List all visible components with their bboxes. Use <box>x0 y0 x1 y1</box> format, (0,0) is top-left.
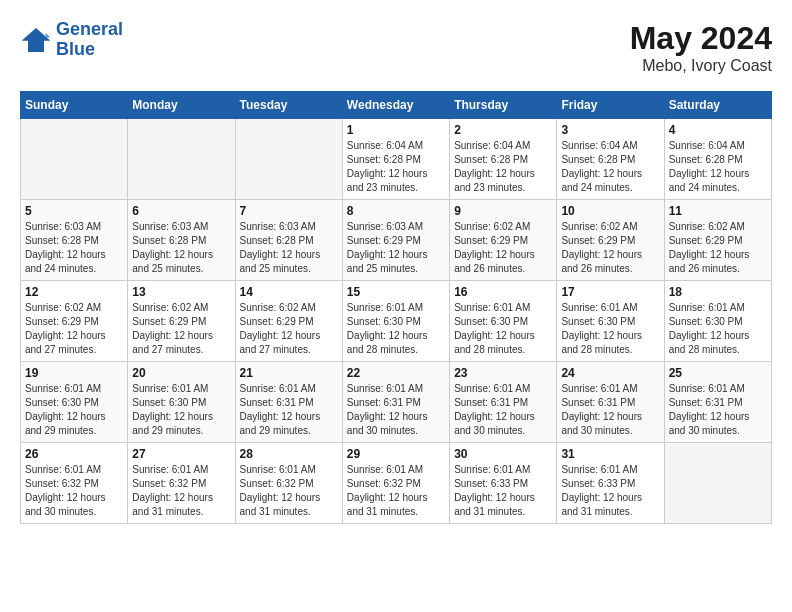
calendar-week-row: 26Sunrise: 6:01 AMSunset: 6:32 PMDayligh… <box>21 443 772 524</box>
day-number: 22 <box>347 366 445 380</box>
day-info: Sunrise: 6:03 AMSunset: 6:28 PMDaylight:… <box>25 220 123 276</box>
day-info: Sunrise: 6:02 AMSunset: 6:29 PMDaylight:… <box>669 220 767 276</box>
calendar-cell: 11Sunrise: 6:02 AMSunset: 6:29 PMDayligh… <box>664 200 771 281</box>
logo-icon <box>20 26 52 54</box>
day-number: 17 <box>561 285 659 299</box>
day-number: 10 <box>561 204 659 218</box>
day-info: Sunrise: 6:02 AMSunset: 6:29 PMDaylight:… <box>132 301 230 357</box>
calendar-cell: 27Sunrise: 6:01 AMSunset: 6:32 PMDayligh… <box>128 443 235 524</box>
day-info: Sunrise: 6:01 AMSunset: 6:32 PMDaylight:… <box>240 463 338 519</box>
title-block: May 2024 Mebo, Ivory Coast <box>630 20 772 75</box>
calendar-cell: 13Sunrise: 6:02 AMSunset: 6:29 PMDayligh… <box>128 281 235 362</box>
calendar-week-row: 19Sunrise: 6:01 AMSunset: 6:30 PMDayligh… <box>21 362 772 443</box>
day-number: 3 <box>561 123 659 137</box>
calendar-cell <box>21 119 128 200</box>
calendar-cell: 14Sunrise: 6:02 AMSunset: 6:29 PMDayligh… <box>235 281 342 362</box>
day-info: Sunrise: 6:01 AMSunset: 6:31 PMDaylight:… <box>454 382 552 438</box>
day-number: 18 <box>669 285 767 299</box>
calendar-cell: 19Sunrise: 6:01 AMSunset: 6:30 PMDayligh… <box>21 362 128 443</box>
calendar-cell: 7Sunrise: 6:03 AMSunset: 6:28 PMDaylight… <box>235 200 342 281</box>
day-number: 13 <box>132 285 230 299</box>
day-info: Sunrise: 6:01 AMSunset: 6:30 PMDaylight:… <box>669 301 767 357</box>
day-number: 8 <box>347 204 445 218</box>
day-number: 21 <box>240 366 338 380</box>
day-number: 30 <box>454 447 552 461</box>
calendar-week-row: 1Sunrise: 6:04 AMSunset: 6:28 PMDaylight… <box>21 119 772 200</box>
calendar-cell: 16Sunrise: 6:01 AMSunset: 6:30 PMDayligh… <box>450 281 557 362</box>
day-number: 29 <box>347 447 445 461</box>
page-header: General Blue May 2024 Mebo, Ivory Coast <box>20 20 772 75</box>
calendar-cell: 21Sunrise: 6:01 AMSunset: 6:31 PMDayligh… <box>235 362 342 443</box>
day-number: 7 <box>240 204 338 218</box>
day-info: Sunrise: 6:01 AMSunset: 6:30 PMDaylight:… <box>25 382 123 438</box>
calendar-cell: 15Sunrise: 6:01 AMSunset: 6:30 PMDayligh… <box>342 281 449 362</box>
day-info: Sunrise: 6:01 AMSunset: 6:32 PMDaylight:… <box>25 463 123 519</box>
day-number: 6 <box>132 204 230 218</box>
day-info: Sunrise: 6:01 AMSunset: 6:32 PMDaylight:… <box>347 463 445 519</box>
logo: General Blue <box>20 20 123 60</box>
calendar-cell: 3Sunrise: 6:04 AMSunset: 6:28 PMDaylight… <box>557 119 664 200</box>
calendar-cell: 20Sunrise: 6:01 AMSunset: 6:30 PMDayligh… <box>128 362 235 443</box>
day-number: 28 <box>240 447 338 461</box>
calendar-cell: 4Sunrise: 6:04 AMSunset: 6:28 PMDaylight… <box>664 119 771 200</box>
calendar-cell: 2Sunrise: 6:04 AMSunset: 6:28 PMDaylight… <box>450 119 557 200</box>
calendar-cell: 26Sunrise: 6:01 AMSunset: 6:32 PMDayligh… <box>21 443 128 524</box>
calendar-cell: 8Sunrise: 6:03 AMSunset: 6:29 PMDaylight… <box>342 200 449 281</box>
calendar-cell: 10Sunrise: 6:02 AMSunset: 6:29 PMDayligh… <box>557 200 664 281</box>
calendar-cell: 24Sunrise: 6:01 AMSunset: 6:31 PMDayligh… <box>557 362 664 443</box>
day-number: 25 <box>669 366 767 380</box>
day-info: Sunrise: 6:03 AMSunset: 6:28 PMDaylight:… <box>132 220 230 276</box>
weekday-row: SundayMondayTuesdayWednesdayThursdayFrid… <box>21 92 772 119</box>
day-number: 20 <box>132 366 230 380</box>
day-info: Sunrise: 6:01 AMSunset: 6:33 PMDaylight:… <box>454 463 552 519</box>
day-number: 2 <box>454 123 552 137</box>
day-info: Sunrise: 6:02 AMSunset: 6:29 PMDaylight:… <box>454 220 552 276</box>
calendar-cell: 30Sunrise: 6:01 AMSunset: 6:33 PMDayligh… <box>450 443 557 524</box>
calendar-body: 1Sunrise: 6:04 AMSunset: 6:28 PMDaylight… <box>21 119 772 524</box>
day-info: Sunrise: 6:02 AMSunset: 6:29 PMDaylight:… <box>561 220 659 276</box>
calendar-table: SundayMondayTuesdayWednesdayThursdayFrid… <box>20 91 772 524</box>
weekday-header: Saturday <box>664 92 771 119</box>
calendar-subtitle: Mebo, Ivory Coast <box>630 57 772 75</box>
day-number: 27 <box>132 447 230 461</box>
day-number: 11 <box>669 204 767 218</box>
svg-marker-0 <box>22 28 51 52</box>
day-info: Sunrise: 6:02 AMSunset: 6:29 PMDaylight:… <box>240 301 338 357</box>
weekday-header: Monday <box>128 92 235 119</box>
day-number: 15 <box>347 285 445 299</box>
weekday-header: Wednesday <box>342 92 449 119</box>
day-info: Sunrise: 6:01 AMSunset: 6:30 PMDaylight:… <box>561 301 659 357</box>
day-info: Sunrise: 6:04 AMSunset: 6:28 PMDaylight:… <box>669 139 767 195</box>
day-info: Sunrise: 6:03 AMSunset: 6:28 PMDaylight:… <box>240 220 338 276</box>
day-info: Sunrise: 6:01 AMSunset: 6:30 PMDaylight:… <box>132 382 230 438</box>
day-info: Sunrise: 6:01 AMSunset: 6:31 PMDaylight:… <box>561 382 659 438</box>
calendar-header: SundayMondayTuesdayWednesdayThursdayFrid… <box>21 92 772 119</box>
calendar-cell: 12Sunrise: 6:02 AMSunset: 6:29 PMDayligh… <box>21 281 128 362</box>
weekday-header: Tuesday <box>235 92 342 119</box>
day-info: Sunrise: 6:01 AMSunset: 6:31 PMDaylight:… <box>347 382 445 438</box>
calendar-cell: 18Sunrise: 6:01 AMSunset: 6:30 PMDayligh… <box>664 281 771 362</box>
day-number: 26 <box>25 447 123 461</box>
day-info: Sunrise: 6:04 AMSunset: 6:28 PMDaylight:… <box>347 139 445 195</box>
calendar-cell: 17Sunrise: 6:01 AMSunset: 6:30 PMDayligh… <box>557 281 664 362</box>
calendar-cell <box>128 119 235 200</box>
weekday-header: Thursday <box>450 92 557 119</box>
calendar-cell: 9Sunrise: 6:02 AMSunset: 6:29 PMDaylight… <box>450 200 557 281</box>
day-info: Sunrise: 6:01 AMSunset: 6:30 PMDaylight:… <box>347 301 445 357</box>
day-number: 4 <box>669 123 767 137</box>
day-info: Sunrise: 6:04 AMSunset: 6:28 PMDaylight:… <box>561 139 659 195</box>
calendar-title: May 2024 <box>630 20 772 57</box>
calendar-cell: 5Sunrise: 6:03 AMSunset: 6:28 PMDaylight… <box>21 200 128 281</box>
day-info: Sunrise: 6:03 AMSunset: 6:29 PMDaylight:… <box>347 220 445 276</box>
day-number: 12 <box>25 285 123 299</box>
calendar-cell: 25Sunrise: 6:01 AMSunset: 6:31 PMDayligh… <box>664 362 771 443</box>
calendar-cell <box>235 119 342 200</box>
day-info: Sunrise: 6:02 AMSunset: 6:29 PMDaylight:… <box>25 301 123 357</box>
weekday-header: Sunday <box>21 92 128 119</box>
day-info: Sunrise: 6:01 AMSunset: 6:33 PMDaylight:… <box>561 463 659 519</box>
calendar-cell: 31Sunrise: 6:01 AMSunset: 6:33 PMDayligh… <box>557 443 664 524</box>
day-number: 19 <box>25 366 123 380</box>
day-number: 31 <box>561 447 659 461</box>
day-number: 24 <box>561 366 659 380</box>
calendar-cell: 28Sunrise: 6:01 AMSunset: 6:32 PMDayligh… <box>235 443 342 524</box>
